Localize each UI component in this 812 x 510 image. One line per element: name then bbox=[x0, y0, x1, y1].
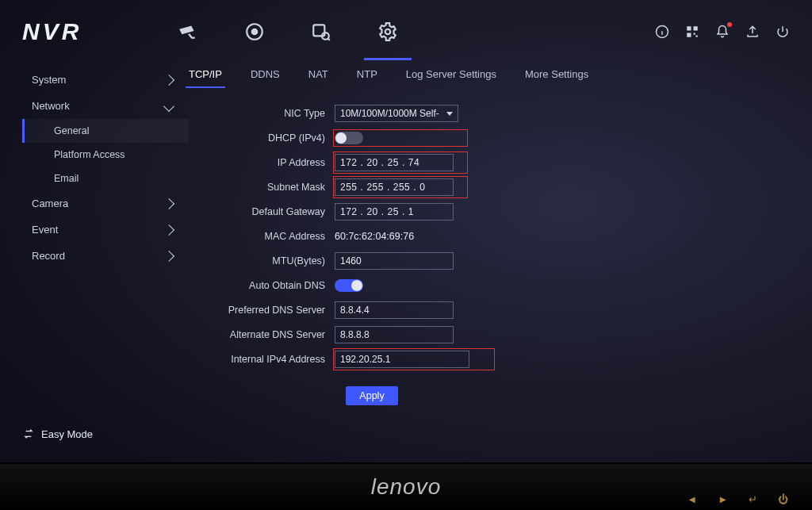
chevron-right-icon bbox=[163, 197, 174, 209]
sidebar-item-label: Network bbox=[32, 100, 70, 112]
chevron-right-icon bbox=[163, 224, 174, 235]
sidebar-item-label: System bbox=[32, 74, 66, 86]
mtu-label: MTU(Bytes) bbox=[217, 255, 335, 267]
dhcp-label: DHCP (IPv4) bbox=[217, 132, 335, 144]
svg-point-1 bbox=[252, 29, 258, 35]
mtu-input[interactable]: 1460 bbox=[335, 252, 454, 270]
internal-label: Internal IPv4 Address bbox=[217, 354, 335, 365]
sidebar-item-record[interactable]: Record bbox=[22, 243, 189, 269]
nic-type-select[interactable]: 10M/100M/1000M Self- bbox=[335, 105, 458, 122]
autodns-label: Auto Obtain DNS bbox=[217, 280, 335, 291]
nic-type-label: NIC Type bbox=[217, 108, 335, 119]
svg-rect-10 bbox=[696, 36, 698, 37]
logo: NVR bbox=[22, 18, 82, 45]
svg-rect-9 bbox=[694, 33, 695, 35]
network-general-form: NIC Type 10M/100M/1000M Self- DHCP (IPv4… bbox=[189, 95, 790, 405]
easy-mode-label: Easy Mode bbox=[41, 428, 93, 440]
chevron-right-icon bbox=[163, 250, 174, 261]
gw-label: Default Gateway bbox=[217, 206, 335, 217]
sidebar: System Network General Platform Access E… bbox=[22, 67, 189, 405]
nav-target-icon[interactable] bbox=[243, 21, 266, 43]
tab-bar: TCP/IP DDNS NAT NTP Log Server Settings … bbox=[189, 63, 790, 92]
sidebar-item-network[interactable]: Network bbox=[22, 93, 189, 119]
sidebar-item-event[interactable]: Event bbox=[22, 217, 189, 243]
easy-mode-button[interactable]: Easy Mode bbox=[22, 428, 93, 440]
nav-settings-icon[interactable] bbox=[377, 21, 399, 43]
info-icon[interactable] bbox=[655, 25, 669, 39]
ip-label: IP Address bbox=[217, 157, 335, 168]
nic-type-value: 10M/100M/1000M Self- bbox=[340, 108, 439, 119]
chevron-down-icon bbox=[163, 100, 174, 111]
monitor-buttons: ◄►↵⏻ bbox=[687, 493, 788, 505]
export-icon[interactable] bbox=[745, 25, 760, 39]
sidebar-item-label: Record bbox=[32, 250, 65, 262]
monitor-brand: lenovo bbox=[371, 474, 442, 500]
nav-search-record-icon[interactable] bbox=[310, 21, 332, 43]
sidebar-sub-platform-access[interactable]: Platform Access bbox=[22, 143, 189, 167]
tab-tcpip[interactable]: TCP/IP bbox=[189, 68, 222, 88]
dns1-label: Preferred DNS Server bbox=[217, 305, 335, 316]
dns1-input[interactable]: 8.8.4.4 bbox=[335, 301, 454, 319]
sidebar-item-system[interactable]: System bbox=[22, 67, 189, 93]
tab-more[interactable]: More Settings bbox=[525, 68, 588, 88]
svg-point-4 bbox=[385, 29, 391, 35]
mask-label: Subnet Mask bbox=[217, 182, 335, 193]
ip-address-input[interactable]: 172. 20. 25. 74 bbox=[335, 154, 454, 171]
mac-label: MAC Address bbox=[217, 231, 335, 242]
nav-camera-icon[interactable] bbox=[177, 21, 199, 43]
sidebar-item-label: Camera bbox=[32, 197, 68, 209]
tab-ntp[interactable]: NTP bbox=[357, 68, 377, 88]
tab-ddns[interactable]: DDNS bbox=[251, 68, 280, 88]
svg-rect-6 bbox=[687, 26, 691, 30]
power-icon[interactable] bbox=[776, 25, 790, 39]
sidebar-sub-general[interactable]: General bbox=[22, 119, 189, 143]
apply-button[interactable]: Apply bbox=[346, 386, 398, 405]
svg-rect-8 bbox=[687, 33, 691, 37]
bell-icon[interactable] bbox=[715, 25, 730, 39]
tab-nat[interactable]: NAT bbox=[308, 68, 328, 88]
sidebar-item-label: Event bbox=[32, 224, 58, 236]
bell-notification-dot bbox=[727, 22, 732, 27]
subnet-mask-input[interactable]: 255. 255. 255. 0 bbox=[335, 178, 454, 196]
tab-logserver[interactable]: Log Server Settings bbox=[406, 68, 496, 88]
chevron-down-icon bbox=[446, 112, 453, 116]
default-gateway-input[interactable]: 172. 20. 25. 1 bbox=[335, 203, 454, 220]
dns2-input[interactable]: 8.8.8.8 bbox=[335, 326, 454, 343]
qr-icon[interactable] bbox=[685, 25, 699, 39]
dhcp-toggle[interactable] bbox=[335, 132, 363, 144]
dns2-label: Alternate DNS Server bbox=[217, 329, 335, 340]
swap-icon bbox=[22, 428, 35, 440]
monitor-bezel: lenovo ◄►↵⏻ bbox=[0, 462, 812, 510]
chevron-right-icon bbox=[163, 74, 174, 85]
mac-value: 60:7c:62:04:69:76 bbox=[335, 231, 414, 242]
autodns-toggle[interactable] bbox=[335, 279, 363, 292]
internal-ipv4-input[interactable]: 192.20.25.1 bbox=[335, 351, 469, 368]
sidebar-item-camera[interactable]: Camera bbox=[22, 190, 189, 217]
svg-rect-7 bbox=[694, 26, 698, 30]
sidebar-sub-email[interactable]: Email bbox=[22, 167, 189, 190]
